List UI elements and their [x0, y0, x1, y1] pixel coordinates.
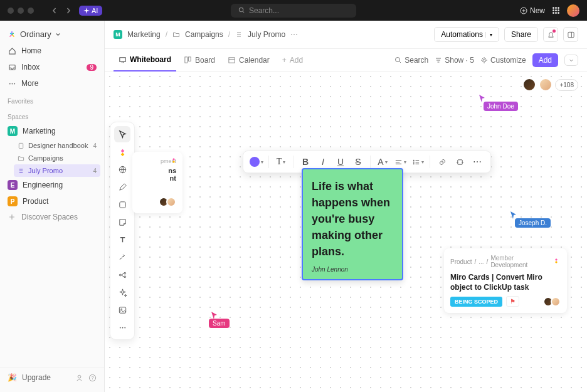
- svg-point-19: [119, 274, 121, 276]
- tool-shape[interactable]: [114, 196, 130, 213]
- presence-avatar[interactable]: [522, 78, 536, 92]
- list-button[interactable]: ▾: [410, 154, 426, 170]
- nav-back[interactable]: [49, 5, 60, 16]
- share-button[interactable]: Share: [504, 27, 538, 42]
- help-icon[interactable]: ?: [88, 374, 97, 382]
- svg-rect-22: [119, 307, 125, 312]
- svg-point-21: [124, 275, 125, 277]
- breadcrumb-more-icon[interactable]: ⋯: [290, 30, 298, 39]
- tool-mindmap[interactable]: [114, 267, 130, 283]
- priority-icon: [170, 157, 177, 164]
- space-marketing[interactable]: M Marketing: [0, 123, 104, 139]
- panel-button[interactable]: [563, 27, 578, 42]
- svg-point-4: [11, 83, 13, 84]
- tool-connector[interactable]: [114, 249, 130, 265]
- tab-board[interactable]: Board: [179, 50, 220, 71]
- font-button[interactable]: T▾: [273, 154, 289, 170]
- content-area: M Marketing / Campaigns / July Promo ⋯ A…: [105, 21, 587, 392]
- new-button[interactable]: New: [520, 6, 545, 15]
- plus-circle-icon: [520, 7, 527, 14]
- link-button[interactable]: [434, 154, 450, 170]
- tool-text[interactable]: [114, 231, 130, 248]
- avatar: [551, 297, 561, 307]
- card-title: Miro Cards | Convert Miro object to Clic…: [450, 272, 561, 292]
- svg-point-27: [413, 159, 414, 161]
- automations-button[interactable]: Automations ▾: [434, 27, 499, 42]
- fill-color-button[interactable]: ▾: [248, 154, 265, 170]
- svg-rect-12: [185, 57, 188, 63]
- breadcrumb-space-icon: M: [114, 30, 122, 39]
- workspace-picker[interactable]: Ordinary: [0, 26, 104, 43]
- space-engineering[interactable]: E Engineering: [0, 177, 104, 193]
- tab-add-view[interactable]: + Add: [277, 50, 308, 71]
- add-button[interactable]: Add: [532, 53, 558, 67]
- breadcrumb-list[interactable]: July Promo: [248, 30, 285, 39]
- chevron-down-icon: [569, 58, 574, 63]
- card-breadcrumb: Product/ .../ Member Development: [450, 255, 561, 268]
- sparkle-icon: [83, 8, 90, 14]
- sticky-quote: Life is what happens when you're busy ma…: [312, 178, 393, 260]
- tool-image[interactable]: [114, 302, 130, 318]
- view-search[interactable]: Search: [394, 56, 428, 65]
- sidebar-item-campaigns[interactable]: Campaigns: [10, 152, 104, 164]
- breadcrumb-folder[interactable]: Campaigns: [185, 30, 223, 39]
- presence-avatar[interactable]: [539, 78, 553, 92]
- whiteboard-canvas[interactable]: +108 pment ns nt: [105, 72, 587, 392]
- add-caret-button[interactable]: [564, 55, 578, 66]
- discover-spaces[interactable]: Discover Spaces: [0, 209, 104, 225]
- ai-button[interactable]: AI: [79, 6, 102, 16]
- notification-button[interactable]: [543, 27, 558, 42]
- apps-menu[interactable]: [553, 7, 559, 14]
- favorites-label: Favorites: [0, 92, 104, 107]
- view-tabs: Whiteboard Board Calendar + Add Search: [105, 49, 587, 72]
- tool-task[interactable]: [114, 144, 130, 160]
- priority-icon: [553, 257, 561, 266]
- user-icon[interactable]: [75, 374, 83, 382]
- task-card-peek[interactable]: pment ns nt: [132, 152, 182, 213]
- more-icon: [8, 79, 16, 88]
- search-placeholder: Search...: [249, 6, 279, 15]
- tool-pen[interactable]: [114, 179, 130, 195]
- tool-ai[interactable]: [114, 284, 130, 300]
- space-product[interactable]: P Product: [0, 193, 104, 209]
- chevron-down-icon: ▾: [485, 32, 492, 38]
- sidebar-more[interactable]: More: [0, 75, 104, 92]
- svg-rect-30: [457, 159, 462, 164]
- sidebar-home[interactable]: Home: [0, 43, 104, 59]
- more-format-button[interactable]: ⋯: [469, 154, 485, 170]
- svg-point-23: [120, 309, 122, 310]
- inbox-icon: [8, 63, 16, 72]
- nav-forward[interactable]: [63, 5, 74, 16]
- svg-point-28: [413, 161, 414, 162]
- tool-select[interactable]: [114, 126, 130, 142]
- sidebar-inbox[interactable]: Inbox 9: [0, 59, 104, 75]
- svg-point-25: [122, 327, 123, 328]
- breadcrumb-space[interactable]: Marketing: [127, 30, 161, 39]
- maximize-window[interactable]: [28, 8, 34, 14]
- convert-button[interactable]: [452, 154, 468, 170]
- view-show[interactable]: Show · 5: [435, 56, 474, 65]
- space-badge: P: [8, 196, 18, 206]
- view-customize[interactable]: Customize: [480, 56, 526, 65]
- tool-more[interactable]: [114, 319, 130, 336]
- global-search[interactable]: Search...: [231, 4, 356, 18]
- task-card[interactable]: Product/ .../ Member Development Miro Ca…: [444, 248, 567, 313]
- presence-more[interactable]: +108: [555, 79, 578, 91]
- sticky-note[interactable]: Life is what happens when you're busy ma…: [302, 168, 403, 280]
- close-window[interactable]: [8, 8, 14, 14]
- sidebar-item-designer-handbook[interactable]: Designer handbook 4: [10, 139, 104, 152]
- sidebar-item-july-promo[interactable]: July Promo 4: [14, 164, 100, 177]
- tool-web[interactable]: [114, 161, 130, 177]
- board-icon: [184, 56, 192, 64]
- tab-calendar[interactable]: Calendar: [223, 50, 275, 71]
- flag-icon[interactable]: ⚑: [506, 296, 519, 307]
- presence-avatars: +108: [522, 78, 578, 92]
- minimize-window[interactable]: [18, 8, 24, 14]
- tab-whiteboard[interactable]: Whiteboard: [114, 49, 176, 72]
- panel-icon: [567, 31, 575, 39]
- tool-sticky[interactable]: [114, 214, 130, 230]
- user-avatar[interactable]: [567, 4, 579, 17]
- list-icon: [235, 31, 243, 38]
- upgrade-link[interactable]: Upgrade: [22, 373, 51, 382]
- svg-point-29: [413, 163, 414, 164]
